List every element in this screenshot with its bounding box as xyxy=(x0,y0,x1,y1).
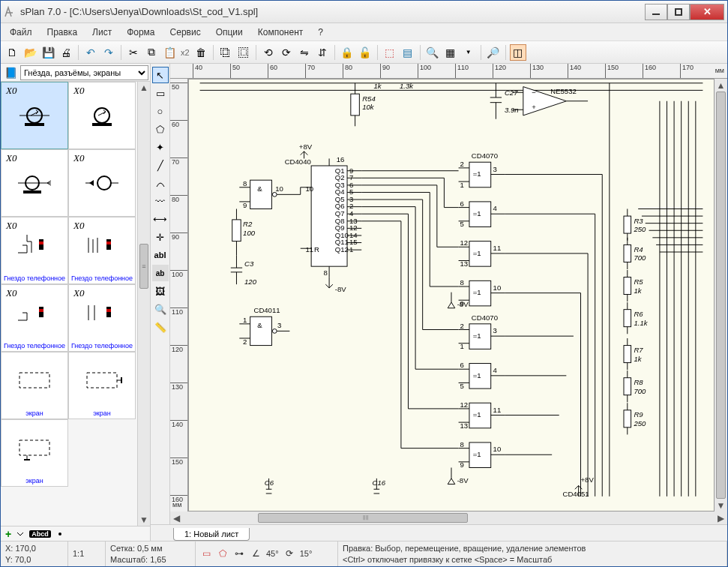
lib-item-10[interactable]: экран xyxy=(1,419,68,487)
menu-file[interactable]: Файл xyxy=(4,25,38,40)
menu-component[interactable]: Компонент xyxy=(252,25,310,40)
lock-button[interactable]: 🔒 xyxy=(339,44,355,61)
scroll-up-icon[interactable]: ▲ xyxy=(138,82,150,94)
svg-rect-18 xyxy=(106,309,111,312)
new-button[interactable]: 🗋 xyxy=(4,44,20,61)
menu-help[interactable]: ? xyxy=(312,25,329,40)
image-tool[interactable]: 🖼 xyxy=(152,283,169,299)
close-button[interactable] xyxy=(690,4,724,20)
rotate-right-button[interactable]: ⟳ xyxy=(278,44,295,61)
menu-edit[interactable]: Правка xyxy=(41,25,84,40)
svg-text:2: 2 xyxy=(243,338,247,346)
search-button[interactable]: 🔍 xyxy=(424,44,441,61)
status-con-icon[interactable]: ⊶ xyxy=(233,548,245,560)
svg-text:120: 120 xyxy=(244,278,257,286)
duplicate-button[interactable]: ⿻ xyxy=(217,44,234,61)
menu-form[interactable]: Форма xyxy=(121,25,160,40)
lib-item-0[interactable]: X0 xyxy=(1,82,68,149)
text-tool[interactable]: abI xyxy=(152,247,169,263)
polygon-tool[interactable]: ⬠ xyxy=(152,121,169,137)
library-book-icon[interactable]: 📘 xyxy=(2,64,19,81)
textframe-tool[interactable]: ab xyxy=(152,265,169,281)
lib-item-5[interactable]: X0 Гнездо телефонное xyxy=(68,217,136,284)
group-button[interactable]: ⿴ xyxy=(235,44,252,61)
delete-button[interactable]: 🗑 xyxy=(193,44,209,61)
abcd-badge: Abcd xyxy=(29,530,51,538)
svg-rect-218 xyxy=(624,346,631,363)
svg-text:R5: R5 xyxy=(634,278,643,286)
library-category-select[interactable]: Гнёзда, разъёмы, экраны xyxy=(20,65,148,80)
menu-sheet[interactable]: Лист xyxy=(86,25,118,40)
menu-options[interactable]: Опции xyxy=(210,25,249,40)
mirror-v-button[interactable]: ⇵ xyxy=(314,44,331,61)
select-rect-button[interactable]: ⬚ xyxy=(382,44,398,61)
scroll-right-icon[interactable]: ▶ xyxy=(715,512,727,524)
save-button[interactable]: 💾 xyxy=(40,44,56,61)
schematic-canvas[interactable]: R54 10k 1k 1.3k C27 xyxy=(188,79,715,512)
cut-button[interactable]: ✂ xyxy=(125,44,142,61)
lib-item-8[interactable]: экран xyxy=(1,352,68,419)
redo-button[interactable]: ↷ xyxy=(100,44,117,61)
canvas-hscroll[interactable]: ◀ ⦀⦀ ▶ xyxy=(170,512,727,524)
freehand-tool[interactable]: 〰 xyxy=(152,193,169,209)
lib-item-9[interactable]: экран xyxy=(68,352,136,419)
print-button[interactable]: 🖨 xyxy=(58,44,74,61)
svg-text:R: R xyxy=(314,245,319,254)
sheet-tab-1[interactable]: 1: Новый лист xyxy=(173,528,250,541)
lib-item-7[interactable]: X0 Гнездо телефонное xyxy=(68,284,136,352)
statusbar: X: 170,0 Y: 70,0 1:1 Сетка: 0,5 мм Масшт… xyxy=(1,541,727,566)
library-scrollbar[interactable]: ▲ ≡ ▼ xyxy=(137,82,150,526)
node-tool[interactable]: ✛ xyxy=(152,229,169,245)
minimize-button[interactable] xyxy=(645,4,667,20)
unlock-button[interactable]: 🔓 xyxy=(357,44,373,61)
paste-button[interactable]: 📋 xyxy=(161,44,178,61)
dropdown-arrow[interactable]: ▼ xyxy=(460,44,477,61)
main-toolbar: 🗋 📂 💾 🖨 ↶ ↷ ✂ ⧉ 📋 x2 🗑 ⿻ ⿴ ⟲ ⟳ ⇋ ⇵ 🔒 🔓 ⬚… xyxy=(1,41,727,64)
dimension-tool[interactable]: ⟷ xyxy=(152,211,169,227)
lib-item-3[interactable]: X0 xyxy=(68,149,136,217)
lib-item-6[interactable]: X0 Гнездо телефонное xyxy=(1,284,68,352)
lib-item-1[interactable]: X0 xyxy=(68,82,136,149)
maximize-button[interactable] xyxy=(667,4,690,20)
measure-tool[interactable]: 📏 xyxy=(152,319,169,335)
pointer-tool[interactable]: ↖ xyxy=(152,67,169,83)
status-rect-icon[interactable]: ▭ xyxy=(200,548,212,560)
rotate-left-button[interactable]: ⟲ xyxy=(260,44,277,61)
svg-text:9: 9 xyxy=(243,201,247,209)
open-button[interactable]: 📂 xyxy=(22,44,38,61)
component-list-button[interactable]: ▦ xyxy=(442,44,459,61)
status-poly-icon[interactable]: ⬠ xyxy=(217,548,229,560)
svg-text:=1: =1 xyxy=(473,209,481,218)
zoom-tool[interactable]: 🔍 xyxy=(152,301,169,317)
list-button[interactable]: ▤ xyxy=(400,44,416,61)
view-mode-button[interactable]: ◫ xyxy=(510,44,526,61)
scroll-down-icon[interactable]: ▼ xyxy=(715,499,727,512)
canvas-vscroll[interactable]: ▲ ▼ xyxy=(715,79,727,512)
dot-icon xyxy=(55,530,64,538)
svg-text:+8V: +8V xyxy=(581,476,595,484)
scroll-left-icon[interactable]: ◀ xyxy=(170,512,183,524)
line-tool[interactable]: ╱ xyxy=(152,157,169,173)
scroll-up-icon[interactable]: ▲ xyxy=(715,79,727,92)
undo-button[interactable]: ↶ xyxy=(82,44,99,61)
svg-text:6: 6 xyxy=(460,361,464,369)
special-tool[interactable]: ✦ xyxy=(152,139,169,155)
lib-item-2[interactable]: X0 xyxy=(1,149,68,217)
menu-service[interactable]: Сервис xyxy=(164,25,207,40)
svg-text:16: 16 xyxy=(337,155,345,164)
magnifier-button[interactable]: 🔎 xyxy=(485,44,502,61)
status-rotate-icon[interactable]: ⟳ xyxy=(283,548,295,560)
status-angle-icon[interactable]: ∠ xyxy=(250,548,262,560)
svg-text:1: 1 xyxy=(349,245,353,254)
rect-tool[interactable]: ▭ xyxy=(152,85,169,101)
mirror-h-button[interactable]: ⇋ xyxy=(296,44,313,61)
circle-tool[interactable]: ○ xyxy=(152,103,169,119)
bezier-tool[interactable] xyxy=(152,175,169,191)
scroll-down-icon[interactable]: ▼ xyxy=(138,514,150,526)
status-angle1: 45° xyxy=(266,548,279,559)
lib-item-4[interactable]: X0 Гнездо телефонное xyxy=(1,217,68,284)
svg-text:-8V: -8V xyxy=(335,285,347,293)
svg-text:CD4070: CD4070 xyxy=(472,314,498,322)
svg-text:=1: =1 xyxy=(473,289,481,297)
copy-button[interactable]: ⧉ xyxy=(143,44,160,61)
